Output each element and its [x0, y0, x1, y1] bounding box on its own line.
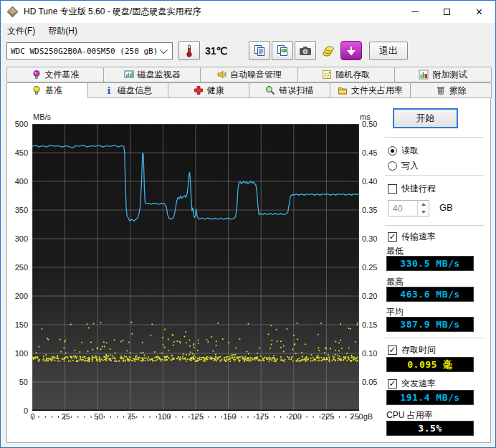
y-right-tick: 0.20	[362, 292, 377, 300]
menu-bar: 文件(F) 帮助(H)	[1, 23, 495, 39]
x-tick: 25	[62, 412, 70, 421]
folder-icon	[338, 85, 348, 95]
tab-file-benchmark[interactable]: 文件基准	[6, 67, 104, 82]
y-left-tick: 400	[1, 177, 28, 186]
maximize-icon	[444, 9, 450, 15]
y-right-tick: 0.15	[362, 320, 377, 329]
y-right-tick: 0.45	[362, 148, 377, 157]
copy-image-icon	[277, 44, 289, 57]
health-cross-icon	[194, 85, 204, 95]
tab-disk-monitor[interactable]: 磁盘监视器	[103, 67, 201, 82]
radio-icon	[388, 146, 397, 156]
access-time-checkbox[interactable]: ✓ 存取时间	[388, 344, 436, 356]
tab-error-scan[interactable]: 错误扫描	[249, 82, 330, 98]
toolbar: WDC WDS250G2B0A-00SM50 (250 gB) 31℃	[1, 39, 495, 66]
start-button[interactable]: 开始	[393, 108, 458, 128]
separator	[385, 225, 484, 226]
exit-button[interactable]: 退出	[369, 42, 408, 60]
x-tick: 50	[94, 412, 102, 421]
x-tick: 150	[223, 412, 236, 421]
write-radio[interactable]: 写入	[388, 160, 419, 172]
transfer-rate-checkbox[interactable]: ✓ 传输速率	[388, 231, 436, 243]
drive-select[interactable]: WDC WDS250G2B0A-00SM50 (250 gB)	[6, 42, 173, 59]
app-logo-icon	[7, 6, 19, 18]
copy-text-icon	[254, 44, 266, 57]
y-left-tick: 150	[1, 320, 28, 329]
y-left-tick: 200	[1, 292, 28, 300]
benchmark-chart	[32, 124, 359, 411]
bulb-yellow-icon	[32, 85, 42, 95]
temperature-value: 31℃	[205, 45, 227, 57]
access-time-display: 0.095 毫	[386, 357, 474, 372]
tab-extra-tests[interactable]: 附加测试	[394, 67, 492, 82]
tab-row-top: 文件基准磁盘监视器自动噪音管理随机存取附加测试	[6, 67, 491, 82]
thermometer-icon	[183, 44, 195, 57]
tab-benchmark[interactable]: 基准	[6, 82, 88, 98]
monitor-chart-icon	[124, 70, 134, 80]
title-bar: HD Tune 专业版 5.60 - 硬盘/固态硬盘实用程序 ×	[1, 1, 495, 23]
y-right-tick: 0.10	[362, 349, 377, 358]
copy-text-button[interactable]	[249, 41, 270, 60]
minimize-button[interactable]	[399, 1, 431, 23]
x-tick: 250gB	[350, 412, 373, 421]
y-right-tick: 0.30	[362, 234, 377, 243]
checkbox-icon: ✓	[388, 345, 397, 355]
tab-disk-info[interactable]: i磁盘信息	[87, 82, 169, 98]
read-radio[interactable]: 读取	[388, 145, 419, 157]
x-tick: 200	[288, 412, 301, 421]
tab-label: 附加测试	[432, 69, 467, 81]
tab-label: 磁盘信息	[118, 85, 152, 97]
tab-health[interactable]: 健康	[168, 82, 249, 98]
close-icon: ×	[476, 6, 482, 18]
tab-label: 基准	[45, 85, 62, 97]
speaker-icon	[216, 70, 226, 80]
checkbox-icon: ✓	[388, 379, 397, 389]
close-button[interactable]: ×	[463, 1, 495, 23]
temperature-button[interactable]	[178, 41, 200, 60]
short-stroke-checkbox[interactable]: 快捷行程	[388, 183, 436, 195]
screenshot-button[interactable]	[295, 41, 316, 60]
burst-rate-checkbox[interactable]: ✓ 突发速率	[388, 378, 436, 390]
capacity-stepper[interactable]: 40	[388, 200, 429, 216]
tab-label: 文件基准	[45, 69, 80, 81]
y-right-tick: 0.05	[362, 378, 377, 386]
write-radio-label: 写入	[401, 160, 419, 172]
capacity-unit: GB	[439, 202, 453, 213]
minimize-icon	[411, 11, 419, 12]
y-left-tick: 500	[1, 120, 28, 128]
x-tick: 100	[158, 412, 171, 421]
donate-button[interactable]	[318, 41, 339, 60]
tab-aam[interactable]: 自动噪音管理	[200, 67, 297, 82]
y-right-tick: 0.40	[362, 177, 377, 186]
checkbox-icon	[388, 184, 397, 194]
y-right-tick: 0.25	[362, 263, 377, 272]
cpu-usage-display: 3.5%	[386, 421, 474, 436]
tab-folder-usage[interactable]: 文件夹占用率	[330, 82, 411, 98]
cpu-usage-label: CPU 占用率	[386, 409, 433, 421]
tab-label: 擦除	[449, 85, 467, 97]
x-tick: 175	[256, 412, 269, 421]
separator	[385, 338, 484, 338]
y-left-tick: 450	[1, 148, 28, 157]
tab-erase[interactable]: 擦除	[410, 82, 492, 98]
tab-label: 文件夹占用率	[351, 85, 403, 97]
x-tick: 0	[31, 412, 35, 421]
menu-file[interactable]: 文件(F)	[1, 23, 42, 39]
transfer-rate-label: 传输速率	[401, 231, 436, 243]
x-tick: 125	[191, 412, 204, 421]
maximize-button[interactable]	[431, 1, 463, 23]
coins-icon	[322, 44, 335, 57]
x-tick: 75	[127, 412, 135, 421]
separator	[385, 137, 484, 138]
bulb-magenta-icon	[32, 70, 42, 80]
trash-icon	[436, 85, 446, 95]
tab-label: 错误扫描	[279, 85, 313, 97]
stepper-arrows[interactable]	[417, 201, 429, 216]
menu-help[interactable]: 帮助(H)	[42, 23, 84, 39]
min-value-display: 330.5 MB/s	[386, 256, 474, 271]
copy-image-button[interactable]	[272, 41, 293, 60]
tab-random-access[interactable]: 随机存取	[297, 67, 395, 82]
update-button[interactable]	[340, 41, 362, 60]
tab-label: 随机存取	[335, 69, 370, 81]
y-left-tick: 300	[1, 234, 28, 243]
